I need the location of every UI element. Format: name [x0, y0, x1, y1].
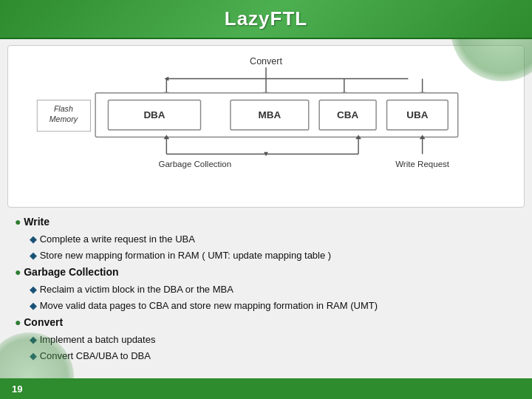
gc-point1: ◆ Reclaim a victim block in the DBA or t… — [30, 282, 517, 298]
svg-text:CBA: CBA — [337, 109, 358, 120]
footer: 19 — [0, 378, 532, 399]
write-bullet: ● — [15, 216, 21, 228]
diamond-icon-3: ◆ — [30, 284, 37, 295]
write-point2: ◆ Store new mapping formation in RAM ( U… — [30, 248, 517, 264]
page-title: LazyFTL — [225, 7, 307, 30]
gc-title: Garbage Collection — [24, 266, 118, 278]
svg-text:Garbage Collection: Garbage Collection — [158, 160, 231, 168]
page-number: 19 — [12, 383, 22, 395]
convert-section: ● Convert ◆ Implement a batch updates ◆ … — [15, 314, 517, 364]
svg-text:Flash: Flash — [54, 104, 73, 113]
header: LazyFTL — [0, 0, 532, 39]
gc-bullet: ● — [15, 266, 21, 278]
convert-point2: ◆ Convert CBA/UBA to DBA — [30, 348, 517, 364]
svg-text:MBA: MBA — [258, 109, 281, 120]
diamond-icon-2: ◆ — [30, 250, 40, 261]
convert-bullet: ● — [15, 316, 21, 328]
svg-text:Write Request: Write Request — [395, 160, 450, 168]
write-section: ● Write ◆ Complete a write request in th… — [15, 214, 517, 264]
content-area: ● Write ◆ Complete a write request in th… — [0, 211, 532, 367]
write-title: Write — [24, 216, 50, 228]
diagram-svg: Convert Flash Memory DBA MBA CBA UBA — [14, 52, 518, 201]
gc-section: ● Garbage Collection ◆ Reclaim a victim … — [15, 264, 517, 314]
svg-text:DBA: DBA — [143, 109, 165, 120]
convert-title: Convert — [24, 316, 63, 328]
svg-text:Memory: Memory — [50, 115, 78, 123]
diamond-icon-4: ◆ — [30, 300, 37, 311]
write-point1: ◆ Complete a write request in the UBA — [30, 231, 517, 248]
diamond-icon-1: ◆ — [30, 233, 40, 245]
convert-point1: ◆ Implement a batch updates — [30, 332, 517, 348]
convert-top-label: Convert — [250, 56, 282, 66]
gc-point2: ◆ Move valid data pages to CBA and store… — [30, 298, 517, 314]
diagram-area: Convert Flash Memory DBA MBA CBA UBA — [7, 45, 525, 208]
svg-text:UBA: UBA — [406, 109, 428, 120]
